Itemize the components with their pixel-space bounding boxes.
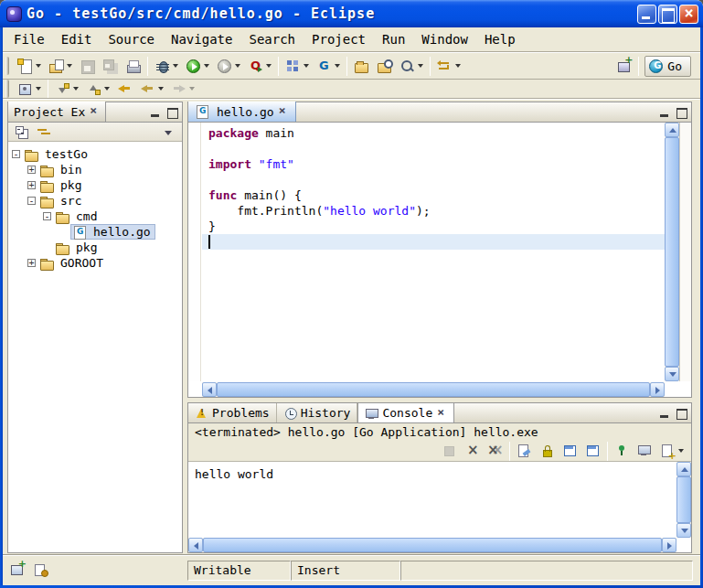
dropdown-arrow-icon[interactable] bbox=[158, 87, 164, 91]
maximize-view-button[interactable] bbox=[674, 106, 688, 119]
code-line-5[interactable]: func main() { bbox=[202, 187, 665, 203]
menu-help[interactable]: Help bbox=[476, 29, 524, 49]
display-selected-console-button[interactable] bbox=[634, 440, 655, 462]
tab-console[interactable]: Console bbox=[357, 402, 454, 422]
open-console-button[interactable] bbox=[657, 440, 687, 462]
scroll-left-button[interactable] bbox=[188, 538, 203, 552]
collapse-toggle-icon[interactable]: - bbox=[27, 197, 36, 205]
menu-run[interactable]: Run bbox=[374, 29, 413, 49]
menu-window[interactable]: Window bbox=[413, 29, 476, 49]
dropdown-arrow-icon[interactable] bbox=[73, 87, 79, 91]
scrollbar-thumb[interactable] bbox=[203, 538, 662, 552]
collapse-toggle-icon[interactable]: - bbox=[43, 212, 51, 220]
code-line-1[interactable]: package main bbox=[202, 125, 665, 141]
scroll-down-button[interactable] bbox=[676, 523, 691, 538]
tab-problems[interactable]: Problems bbox=[188, 403, 277, 422]
back-button[interactable] bbox=[137, 78, 166, 100]
print-button[interactable] bbox=[122, 55, 144, 77]
code-line-3[interactable]: import "fmt" bbox=[202, 156, 665, 172]
editor-horizontal-scrollbar[interactable] bbox=[202, 382, 665, 397]
dropdown-arrow-icon[interactable] bbox=[266, 64, 272, 68]
expand-toggle-icon[interactable]: + bbox=[27, 181, 36, 189]
new-go-project-button[interactable] bbox=[282, 55, 312, 77]
menu-edit[interactable]: Edit bbox=[53, 29, 101, 49]
scroll-left-button[interactable] bbox=[202, 382, 217, 397]
scroll-right-button[interactable] bbox=[662, 538, 676, 552]
toolbar-grip[interactable] bbox=[5, 80, 9, 98]
expand-toggle-icon[interactable]: + bbox=[27, 166, 36, 174]
scrollbar-thumb[interactable] bbox=[665, 137, 679, 367]
dropdown-arrow-icon[interactable] bbox=[304, 64, 309, 68]
new-wizard-button[interactable] bbox=[15, 55, 44, 77]
maximize-window-button[interactable] bbox=[658, 5, 677, 24]
tree-item-testgo[interactable]: -testGo bbox=[8, 146, 182, 162]
scroll-right-button[interactable] bbox=[650, 382, 665, 397]
close-tab-icon[interactable] bbox=[436, 408, 447, 419]
status-plugin-icon[interactable] bbox=[33, 562, 49, 577]
console-output-text[interactable]: hello world bbox=[188, 462, 676, 538]
editor-vertical-scrollbar[interactable] bbox=[665, 123, 679, 381]
expand-toggle-icon[interactable]: + bbox=[27, 259, 36, 267]
dropdown-arrow-icon[interactable] bbox=[104, 87, 110, 91]
menu-file[interactable]: File bbox=[5, 29, 53, 49]
remove-launch-button[interactable] bbox=[462, 440, 483, 462]
dropdown-arrow-icon[interactable] bbox=[204, 64, 209, 68]
dropdown-arrow-icon[interactable] bbox=[173, 64, 178, 68]
debug-button[interactable] bbox=[152, 55, 181, 77]
code-line-6[interactable]: fmt.Println("hello world"); bbox=[202, 203, 665, 219]
code-line-7[interactable]: } bbox=[202, 219, 665, 234]
menu-search[interactable]: Search bbox=[240, 29, 304, 49]
previous-annotation-button[interactable] bbox=[83, 78, 112, 100]
tree-item-pkg[interactable]: +pkg bbox=[8, 177, 182, 193]
collapse-toggle-icon[interactable]: - bbox=[12, 150, 20, 158]
scrollbar-thumb[interactable] bbox=[217, 382, 650, 397]
menu-source[interactable]: Source bbox=[100, 29, 163, 49]
open-type-button[interactable] bbox=[351, 55, 372, 77]
tab-history[interactable]: History bbox=[277, 403, 358, 422]
go-perspective-button[interactable]: Go bbox=[644, 56, 691, 77]
close-tab-icon[interactable] bbox=[89, 106, 100, 117]
close-tab-icon[interactable] bbox=[278, 106, 289, 117]
view-menu-button[interactable] bbox=[158, 121, 179, 143]
minimize-window-button[interactable] bbox=[637, 5, 656, 24]
next-annotation-button[interactable] bbox=[52, 78, 81, 100]
new-go-element-button[interactable] bbox=[314, 55, 343, 77]
team-sync-button[interactable] bbox=[434, 55, 463, 77]
open-resource-button[interactable] bbox=[374, 55, 395, 77]
fast-view-button[interactable] bbox=[10, 562, 27, 577]
tree-item-bin[interactable]: +bin bbox=[8, 162, 182, 177]
new-element-button[interactable] bbox=[46, 55, 75, 77]
dropdown-arrow-icon[interactable] bbox=[67, 64, 72, 68]
clear-console-button[interactable] bbox=[514, 440, 535, 462]
run-last-button[interactable] bbox=[214, 55, 243, 77]
console-vertical-scrollbar[interactable] bbox=[676, 462, 691, 538]
code-line-4[interactable] bbox=[202, 172, 665, 187]
search-button[interactable] bbox=[397, 55, 426, 77]
external-tools-button[interactable] bbox=[245, 55, 274, 77]
console-horizontal-scrollbar[interactable] bbox=[188, 538, 676, 552]
tree-item-pkg[interactable]: pkg bbox=[8, 240, 182, 255]
scroll-up-button[interactable] bbox=[676, 462, 691, 476]
pin-console-button[interactable] bbox=[612, 440, 633, 462]
scrollbar-thumb[interactable] bbox=[676, 476, 691, 523]
menu-navigate[interactable]: Navigate bbox=[163, 29, 240, 49]
maximize-view-button[interactable] bbox=[165, 106, 179, 119]
minimize-view-button[interactable] bbox=[657, 407, 672, 420]
menu-project[interactable]: Project bbox=[304, 29, 374, 49]
dropdown-arrow-icon[interactable] bbox=[36, 87, 41, 91]
title-bar[interactable]: Go - testGo/src/cmd/hello.go - Eclipse bbox=[0, 0, 703, 27]
code-line-8[interactable] bbox=[202, 234, 665, 250]
dropdown-arrow-icon[interactable] bbox=[678, 449, 684, 453]
show-stdout-button[interactable] bbox=[559, 440, 581, 462]
annotation-ruler[interactable] bbox=[188, 123, 201, 381]
toolbar-grip[interactable] bbox=[5, 57, 9, 75]
open-perspective-button[interactable] bbox=[613, 55, 634, 77]
collapse-all-button[interactable] bbox=[11, 121, 32, 143]
show-stderr-button[interactable] bbox=[582, 440, 603, 462]
code-area[interactable]: package mainimport "fmt"func main() { fm… bbox=[202, 123, 665, 381]
last-edit-location-button[interactable] bbox=[114, 78, 135, 100]
pin-editor-button[interactable] bbox=[15, 78, 44, 100]
dropdown-arrow-icon[interactable] bbox=[235, 64, 240, 68]
tree-item-src[interactable]: -src bbox=[8, 193, 182, 208]
dropdown-arrow-icon[interactable] bbox=[335, 64, 340, 68]
